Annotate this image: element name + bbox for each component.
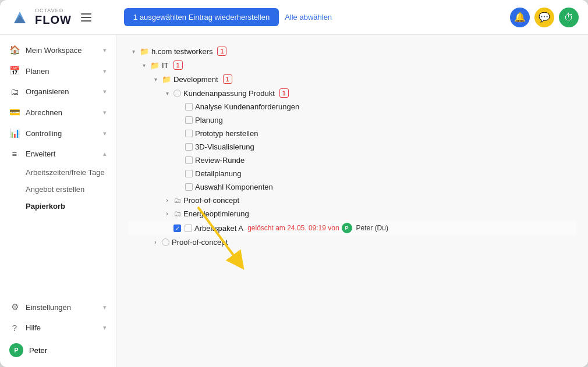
chevron-down-icon: ▾ (103, 304, 107, 311)
checkbox-detailplanung[interactable] (185, 170, 193, 177)
top-icons: 🔔 💬 ⏱ (510, 8, 579, 27)
node-label-hcom: h.com testworkers (151, 47, 212, 56)
sidebar-item-hilfe[interactable]: ? Hilfe ▾ (0, 318, 116, 338)
node-label-development: Development (173, 75, 218, 84)
logo-flow-text: FLOW (35, 13, 72, 26)
tree-node-prototyp: Prototyp herstellen (128, 127, 576, 140)
checkbox-arbeitspaket[interactable]: ✓ (173, 225, 181, 232)
sidebar-item-einstellungen[interactable]: ⚙ Einstellungen ▾ (0, 297, 116, 318)
sidebar-item-planen[interactable]: 📅 Planen ▾ (0, 60, 116, 81)
node-label-energie: Energieoptimierung (183, 209, 249, 218)
node-label-it: IT (162, 61, 169, 70)
chevron-down-icon: ▾ (103, 109, 107, 116)
sidebar-sub-angebot[interactable]: Angebot erstellen (0, 181, 116, 198)
node-label-arbeitspaket: Arbeitspaket A (194, 224, 243, 233)
einstellungen-icon: ⚙ (9, 302, 20, 312)
node-label-kundenanpassung: Kundenanpassung Produkt (183, 89, 275, 98)
sidebar-item-workspace[interactable]: 🏠 Mein Workspace ▾ (0, 40, 116, 60)
toggle-proof2[interactable]: › (151, 239, 160, 245)
toggle-proof1[interactable]: › (163, 197, 171, 204)
circle-icon (173, 90, 181, 97)
node-label-prototyp: Prototyp herstellen (195, 129, 258, 138)
toggle-energie[interactable]: › (163, 211, 171, 217)
tree-node-review: Review-Runde (128, 154, 576, 167)
folder2-icon: 🗂 (173, 209, 181, 218)
erweitert-icon: ≡ (9, 149, 20, 159)
sidebar-item-organisieren[interactable]: 🗂 Organisieren ▾ (0, 81, 116, 102)
node-label-auswahl: Auswahl Komponenten (195, 183, 273, 191)
sidebar-item-controlling[interactable]: 📊 Controlling ▾ (0, 123, 116, 144)
badge-kundenanpassung: 1 (279, 88, 289, 98)
toggle-development[interactable]: ▾ (151, 76, 160, 83)
checkbox2-arbeitspaket (185, 225, 192, 232)
node-label-planung: Planung (195, 116, 223, 124)
sidebar-papierkorb-label: Papierkorb (26, 202, 65, 211)
logo-octaved-text: OCTAVED (35, 8, 72, 14)
sidebar-arbeitszeiten-label: Arbeitszeiten/freie Tage (26, 168, 105, 177)
hilfe-icon: ? (9, 323, 20, 333)
main-layout: 🏠 Mein Workspace ▾ 📅 Planen ▾ 🗂 Organisi… (0, 35, 588, 367)
node-label-detailplanung: Detailplanung (195, 169, 242, 178)
node-label-analyse: Analyse Kundenanforderungen (195, 102, 299, 111)
toggle-kundenanpassung[interactable]: ▾ (163, 90, 171, 97)
chevron-down-icon: ▾ (103, 130, 107, 137)
sidebar-item-abrechnen[interactable]: 💳 Abrechnen ▾ (0, 102, 116, 123)
checkbox-visualisierung[interactable] (185, 143, 193, 151)
top-bar: OCTAVED FLOW 1 ausgewählten Eintrag wied… (0, 0, 588, 35)
sidebar-sub-papierkorb[interactable]: Papierkorb (0, 198, 116, 215)
tree-node-visualisierung: 3D-Visualisierung (128, 140, 576, 154)
sidebar-einstellungen-label: Einstellungen (26, 303, 71, 312)
checkbox-review[interactable] (185, 156, 193, 164)
chevron-down-icon: ▾ (103, 324, 107, 332)
folder-icon: 📁 (140, 47, 149, 56)
tree-node-proof2: › Proof-of-concept (128, 236, 576, 249)
abrechnen-icon: 💳 (9, 107, 20, 117)
planen-icon: 📅 (9, 66, 20, 76)
logo-text: OCTAVED FLOW (35, 8, 72, 27)
folder-icon: 📁 (150, 61, 160, 70)
toggle-it[interactable]: ▾ (140, 62, 148, 69)
tree-node-proof1: › 🗂 Proof-of-concept (128, 194, 576, 207)
app-window: OCTAVED FLOW 1 ausgewählten Eintrag wied… (0, 0, 588, 367)
sidebar-controlling-label: Controlling (26, 129, 62, 138)
checkbox-prototyp[interactable] (185, 130, 193, 137)
sidebar-erweitert-label: Erweitert (26, 149, 55, 158)
chevron-down-icon: ▾ (103, 88, 107, 95)
user-name: Peter (29, 346, 47, 355)
user-status-icon[interactable]: ⏱ (559, 8, 579, 27)
sidebar-abrechnen-label: Abrechnen (26, 108, 62, 117)
tree-node-planung: Planung (128, 113, 576, 127)
node-label-visualisierung: 3D-Visualisierung (195, 142, 254, 151)
chevron-up-icon: ▴ (103, 150, 107, 158)
tree-node-hcom: ▾ 📁 h.com testworkers 1 (128, 44, 576, 58)
svg-marker-1 (14, 15, 26, 23)
tree-node-kundenanpassung: ▾ Kundenanpassung Produkt 1 (128, 86, 576, 100)
message-icon[interactable]: 💬 (534, 8, 554, 27)
sidebar-planen-label: Planen (26, 67, 49, 76)
tree-node-it: ▾ 📁 IT 1 (128, 58, 576, 72)
organisieren-icon: 🗂 (9, 87, 20, 97)
logo-icon (9, 7, 30, 28)
deselect-button[interactable]: Alle abwählen (285, 13, 332, 22)
checkbox-auswahl[interactable] (185, 183, 193, 191)
notification-bell-icon[interactable]: 🔔 (510, 8, 530, 27)
tree-node-analyse: Analyse Kundenanforderungen (128, 100, 576, 113)
checkbox-planung[interactable] (185, 116, 193, 124)
deleted-user-avatar: P (342, 223, 352, 233)
checkbox-analyse[interactable] (185, 103, 193, 111)
sidebar-user[interactable]: P Peter (0, 338, 116, 362)
avatar: P (9, 343, 23, 357)
toggle-hcom[interactable]: ▾ (129, 48, 137, 55)
folder-icon: 📁 (162, 75, 171, 84)
tree-node-energie: › 🗂 Energieoptimierung (128, 207, 576, 220)
chevron-down-icon: ▾ (103, 67, 107, 75)
workspace-icon: 🏠 (9, 45, 20, 55)
hamburger-button[interactable] (79, 11, 94, 24)
sidebar-sub-arbeitszeiten[interactable]: Arbeitszeiten/freie Tage (0, 164, 116, 181)
sidebar-item-erweitert[interactable]: ≡ Erweitert ▴ (0, 144, 116, 164)
tree-node-development: ▾ 📁 Development 1 (128, 72, 576, 86)
sidebar-workspace-label: Mein Workspace (26, 46, 82, 55)
restore-button[interactable]: 1 ausgewählten Eintrag wiederherstellen (124, 8, 279, 26)
node-label-proof1: Proof-of-concept (183, 196, 239, 205)
tree-node-auswahl: Auswahl Komponenten (128, 180, 576, 194)
